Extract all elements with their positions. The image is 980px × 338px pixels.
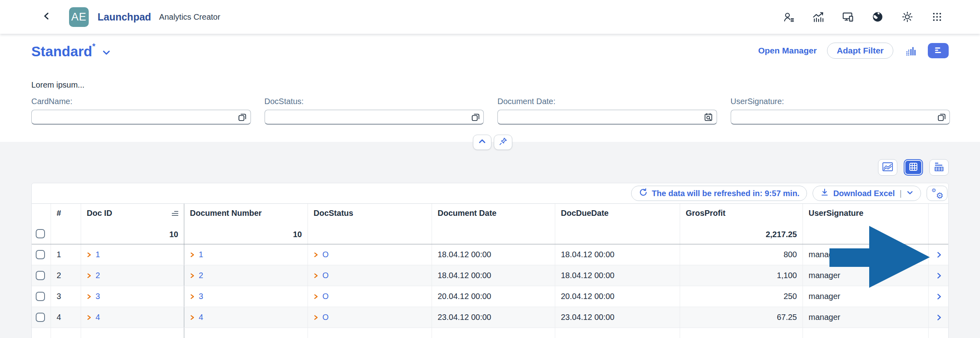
download-menu-divider: | xyxy=(900,189,902,198)
doc-id-link[interactable]: 4 xyxy=(96,313,100,322)
usersignature-input[interactable] xyxy=(731,110,950,125)
devices-icon[interactable] xyxy=(842,11,854,23)
doc-id-link[interactable]: 3 xyxy=(96,292,100,301)
filter-field-usersignature: UserSignature: xyxy=(731,97,950,125)
drilldown-chevron-icon xyxy=(314,293,319,300)
chart-view-button[interactable] xyxy=(878,159,897,176)
drilldown-chevron-icon xyxy=(190,293,195,300)
row-checkbox[interactable] xyxy=(36,250,45,259)
row-checkbox[interactable] xyxy=(36,292,45,301)
app-logo: AE xyxy=(69,7,89,27)
cardname-input[interactable] xyxy=(31,110,251,125)
filter-label: Document Date: xyxy=(497,97,717,106)
variant-selector[interactable]: Standard* xyxy=(31,42,111,59)
usersignature-cell: manager xyxy=(803,307,929,328)
select-all-checkbox[interactable] xyxy=(36,229,45,238)
document-date-cell: 20.04.12 00:00 xyxy=(432,286,555,307)
row-navigation-chevron[interactable] xyxy=(929,286,949,307)
table-row: 2 2 2 O 18.04.12 00:00 18.04.12 00:00 1,… xyxy=(32,265,948,286)
row-navigation-chevron[interactable] xyxy=(929,265,949,286)
pin-button[interactable] xyxy=(494,135,512,150)
header-actions: Open Manager Adapt Filter xyxy=(758,43,949,59)
chart-table-view-button[interactable] xyxy=(929,159,949,176)
doc-id-total: 10 xyxy=(87,230,178,239)
row-navigation-chevron[interactable] xyxy=(929,307,949,328)
drilldown-chevron-icon xyxy=(87,293,92,300)
grosprofit-cell: 250 xyxy=(680,286,803,307)
filter-bar: CardName: DocStatus: xyxy=(31,97,950,125)
app-title: Launchpad xyxy=(98,11,151,23)
value-help-icon[interactable] xyxy=(471,112,480,122)
document-number-total: 10 xyxy=(190,230,302,239)
drilldown-chevron-icon xyxy=(314,314,319,321)
shell-header: AE Launchpad Analytics Creator xyxy=(0,0,980,34)
value-help-icon[interactable] xyxy=(937,112,946,122)
table-row: 1 1 1 O 18.04.12 00:00 18.04.12 00:00 80… xyxy=(32,244,948,265)
row-checkbox[interactable] xyxy=(36,271,45,280)
analytics-icon[interactable] xyxy=(812,11,824,23)
docduedate-cell: 20.04.12 00:00 xyxy=(555,286,680,307)
globe-icon[interactable] xyxy=(872,11,884,23)
adapt-filter-button[interactable]: Adapt Filter xyxy=(827,43,893,59)
docstatus-link[interactable]: O xyxy=(322,250,329,259)
grid-view-icon xyxy=(908,162,919,173)
pin-icon xyxy=(499,137,507,147)
document-date-input[interactable] xyxy=(497,110,717,125)
column-header-usersignature[interactable]: UserSignature xyxy=(803,204,929,244)
doc-id-link[interactable]: 1 xyxy=(96,250,100,259)
table-header: # Doc ID 10 Document Number 10 DocStatus… xyxy=(32,203,948,244)
table-settings-button[interactable]: ⚙ ⚙ xyxy=(927,186,947,201)
chevron-down-icon[interactable] xyxy=(907,189,913,198)
user-settings-icon[interactable] xyxy=(782,11,795,23)
refresh-countdown-button[interactable]: The data will be refreshed in: 9:57 min. xyxy=(631,186,807,201)
download-icon xyxy=(820,188,829,199)
docstatus-link[interactable]: O xyxy=(322,292,329,301)
download-excel-label: Download Excel xyxy=(833,189,894,198)
grid-view-button[interactable] xyxy=(904,159,923,176)
document-number-link[interactable]: 2 xyxy=(199,271,203,280)
table-row: 3 3 3 O 20.04.12 00:00 20.04.12 00:00 25… xyxy=(32,286,948,307)
document-number-link[interactable]: 3 xyxy=(199,292,203,301)
column-header-doc-id[interactable]: Doc ID 10 xyxy=(81,204,184,244)
row-index: 3 xyxy=(51,286,81,307)
back-button[interactable] xyxy=(39,9,55,25)
column-header-document-number[interactable]: Document Number 10 xyxy=(184,204,308,244)
chart-toggle-icon[interactable] xyxy=(904,44,917,57)
document-number-link[interactable]: 1 xyxy=(199,250,203,259)
download-excel-button[interactable]: Download Excel | xyxy=(813,186,921,201)
docstatus-link[interactable]: O xyxy=(322,271,329,280)
row-checkbox[interactable] xyxy=(36,313,45,322)
grosprofit-cell: 1,100 xyxy=(680,265,803,286)
filter-label: DocStatus: xyxy=(265,97,484,106)
brightness-icon[interactable] xyxy=(901,11,913,23)
drilldown-chevron-icon xyxy=(87,252,92,258)
column-header-docduedate[interactable]: DocDueDate xyxy=(555,204,680,244)
docstatus-link[interactable]: O xyxy=(322,313,329,322)
collapse-filter-button[interactable] xyxy=(473,135,491,150)
app-subtitle: Analytics Creator xyxy=(159,12,220,22)
drilldown-chevron-icon xyxy=(314,252,319,258)
document-date-cell: 18.04.12 00:00 xyxy=(432,244,555,265)
document-number-link[interactable]: 4 xyxy=(199,313,203,322)
row-navigation-chevron[interactable] xyxy=(929,244,949,265)
sort-indicator-icon xyxy=(172,211,178,216)
column-header-grosprofit[interactable]: GrosProfit 2,217.25 xyxy=(680,204,803,244)
drilldown-chevron-icon xyxy=(190,252,195,258)
doc-id-link[interactable]: 2 xyxy=(96,271,100,280)
refresh-icon xyxy=(639,188,648,199)
docstatus-input[interactable] xyxy=(265,110,484,125)
open-manager-link[interactable]: Open Manager xyxy=(758,46,817,55)
column-header-document-date[interactable]: Document Date xyxy=(432,204,555,244)
usersignature-cell: manager xyxy=(803,244,929,265)
filter-label: UserSignature: xyxy=(731,97,950,106)
value-help-icon[interactable] xyxy=(238,112,247,122)
column-header-docstatus[interactable]: DocStatus xyxy=(308,204,432,244)
docduedate-cell: 23.04.12 00:00 xyxy=(555,307,680,328)
date-picker-icon[interactable] xyxy=(704,112,713,122)
filter-field-docstatus: DocStatus: xyxy=(265,97,484,125)
app-finder-icon[interactable] xyxy=(931,11,943,23)
drilldown-chevron-icon xyxy=(87,272,92,279)
column-header-index[interactable]: # xyxy=(51,204,81,244)
back-chevron-icon xyxy=(43,12,51,22)
filter-bar-toggle-button[interactable] xyxy=(928,43,949,58)
